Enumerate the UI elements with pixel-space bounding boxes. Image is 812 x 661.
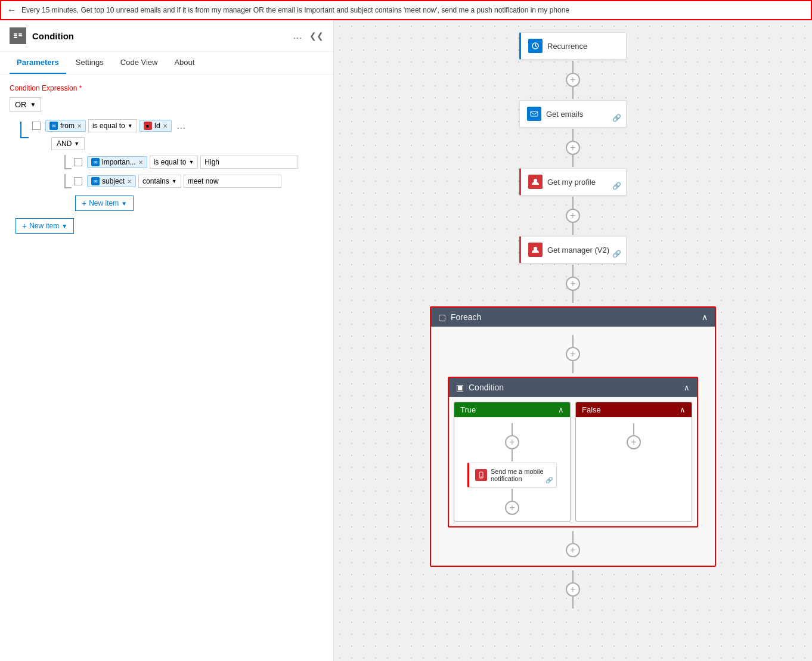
tab-code-view[interactable]: Code View <box>113 52 165 74</box>
connector-inner-1: + <box>566 335 580 373</box>
add-after-foreach[interactable]: + <box>566 582 580 597</box>
true-branch-header: True ∧ <box>454 402 570 417</box>
new-item-chevron-icon-inner: ▼ <box>121 200 127 207</box>
add-true-step-2[interactable]: + <box>505 501 519 515</box>
and-block: AND ▼ ✉ importan... <box>51 137 324 211</box>
from-operator-select[interactable]: is equal to ▼ <box>88 119 137 132</box>
get-profile-label: Get my profile <box>547 178 596 187</box>
foreach-collapse-button[interactable]: ∧ <box>702 312 708 322</box>
get-manager-label: Get manager (V2) <box>547 246 609 255</box>
get-manager-icon <box>528 243 543 257</box>
add-false-step[interactable]: + <box>627 435 641 449</box>
more-options-button[interactable]: … <box>293 30 302 41</box>
true-line-2 <box>512 489 513 501</box>
line-inner-1 <box>572 335 574 347</box>
connector-foreach-bottom: + <box>566 531 580 557</box>
new-item-button-inner[interactable]: + New item ▼ <box>75 195 134 211</box>
mobile-notification-node[interactable]: Send me a mobile notification 🔗 <box>467 463 557 488</box>
new-item-button-outer[interactable]: + New item ▼ <box>16 218 74 234</box>
condition-icon <box>10 27 26 44</box>
condition-row-from: ✉ from ✕ is equal to ▼ ■ Id <box>32 119 324 132</box>
get-emails-node[interactable]: Get emails 🔗 <box>519 100 627 128</box>
get-profile-icon <box>528 175 543 189</box>
collapse-panel-button[interactable]: ❮❮ <box>309 31 324 41</box>
operator-chevron-icon: ▼ <box>128 123 133 129</box>
and-dropdown[interactable]: AND ▼ <box>51 137 85 150</box>
remove-subject-chip[interactable]: ✕ <box>127 178 132 185</box>
important-chip[interactable]: ✉ importan... ✕ <box>87 156 147 168</box>
connector-1: + <box>566 61 580 99</box>
new-item-chevron-icon-outer: ▼ <box>61 223 67 229</box>
outlook-icon-from: ✉ <box>49 122 58 130</box>
false-branch-header: False ∧ <box>576 402 692 417</box>
true-collapse-icon[interactable]: ∧ <box>558 405 564 414</box>
id-chip[interactable]: ■ Id ✕ <box>140 120 172 132</box>
from-chip[interactable]: ✉ from ✕ <box>45 120 86 132</box>
line-1b <box>572 87 574 99</box>
row-more-options[interactable]: … <box>176 120 186 131</box>
outlook-icon-subject: ✉ <box>91 177 100 185</box>
left-panel: Condition … ❮❮ Parameters Settings Code … <box>0 20 334 661</box>
add-true-step[interactable]: + <box>505 435 519 449</box>
important-operator-select[interactable]: is equal to ▼ <box>150 156 199 169</box>
add-step-4[interactable]: + <box>566 277 580 291</box>
remove-from-chip[interactable]: ✕ <box>77 123 82 129</box>
recurrence-icon <box>528 39 543 53</box>
false-collapse-icon[interactable]: ∧ <box>680 405 686 414</box>
foreach-header[interactable]: ▢ Foreach ∧ <box>431 308 715 327</box>
add-step-inner-1[interactable]: + <box>566 347 580 361</box>
important-value-input[interactable] <box>200 156 298 169</box>
panel-content: Condition Expression * OR ▼ <box>0 75 333 661</box>
tab-settings[interactable]: Settings <box>69 52 111 74</box>
remove-important-chip[interactable]: ✕ <box>138 159 143 166</box>
subject-value-input[interactable] <box>184 175 281 188</box>
svg-rect-3 <box>18 33 22 35</box>
connector-after-foreach: + <box>566 570 580 609</box>
get-profile-link-icon: 🔗 <box>612 182 621 190</box>
true-branch: True ∧ + <box>454 402 571 522</box>
add-step-3[interactable]: + <box>566 209 580 223</box>
checkbox-from[interactable] <box>32 122 41 130</box>
connector-3: + <box>566 197 580 235</box>
svg-rect-6 <box>531 111 538 116</box>
or-dropdown[interactable]: OR ▼ <box>10 97 41 112</box>
line-inner-1b <box>572 361 574 373</box>
get-manager-node[interactable]: Get manager (V2) 🔗 <box>519 236 627 263</box>
line-4 <box>572 265 574 277</box>
svg-rect-1 <box>14 35 17 36</box>
add-after-condition[interactable]: + <box>566 543 580 557</box>
svg-rect-0 <box>14 33 17 35</box>
recurrence-node[interactable]: Recurrence <box>519 32 627 60</box>
true-connector-2: + <box>505 489 519 515</box>
checkbox-subject[interactable] <box>74 177 82 185</box>
foreach-header-left: ▢ Foreach <box>438 312 481 322</box>
add-step-2[interactable]: + <box>566 141 580 155</box>
subject-operator-select[interactable]: contains ▼ <box>138 175 181 188</box>
subject-chip[interactable]: ✉ subject ✕ <box>87 175 136 187</box>
condition-header[interactable]: ▣ Condition ∧ <box>449 378 697 397</box>
add-step-1[interactable]: + <box>566 73 580 87</box>
get-profile-node[interactable]: Get my profile 🔗 <box>519 168 627 195</box>
true-branch-body: + <box>454 417 570 521</box>
checkbox-important[interactable] <box>74 158 82 166</box>
top-bar: ← Every 15 minutes, Get top 10 unread em… <box>0 0 812 20</box>
office-icon-id: ■ <box>144 122 152 130</box>
svg-point-10 <box>481 476 482 477</box>
remove-id-chip[interactable]: ✕ <box>163 123 168 129</box>
false-label: False <box>582 405 601 414</box>
condition-collapse-button[interactable]: ∧ <box>684 383 690 392</box>
important-operator-chevron-icon: ▼ <box>188 159 194 165</box>
true-line-1 <box>512 423 513 435</box>
condition-header-left: ▣ Condition <box>456 383 504 392</box>
false-branch: False ∧ + <box>575 402 692 522</box>
back-button[interactable]: ← <box>7 5 17 15</box>
flow-canvas-inner: Recurrence + Get emails 🔗 <box>334 20 812 661</box>
panel-header: Condition … ❮❮ <box>0 20 333 52</box>
outlook-icon-important: ✉ <box>91 158 100 166</box>
mobile-notification-label: Send me a mobile notification <box>491 468 550 482</box>
tab-parameters[interactable]: Parameters <box>10 52 66 74</box>
condition-node-container: ▣ Condition ∧ True ∧ <box>448 377 698 527</box>
false-connector-1: + <box>627 423 641 449</box>
line-4b <box>572 291 574 303</box>
tab-about[interactable]: About <box>167 52 202 74</box>
